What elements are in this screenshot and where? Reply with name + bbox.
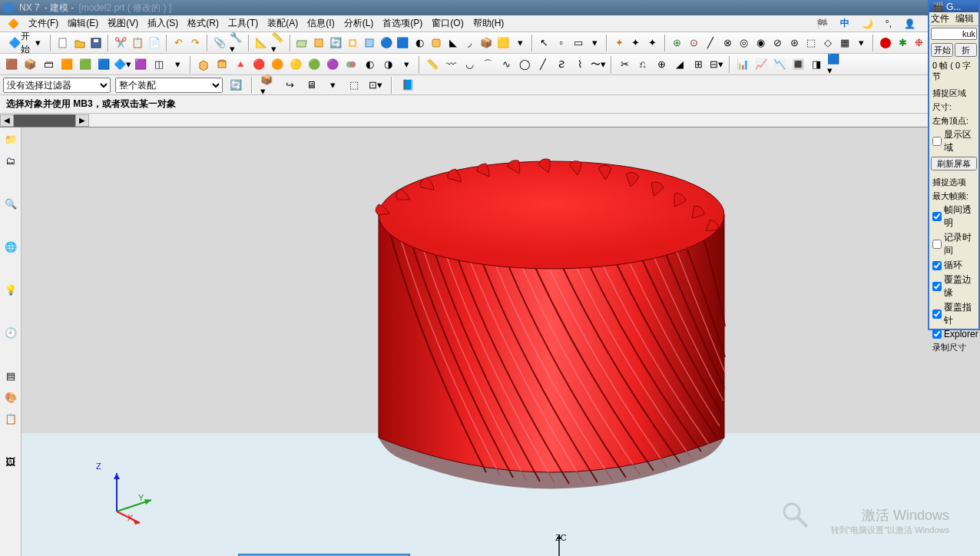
nav-mat-icon[interactable]: 📋 <box>2 410 19 427</box>
sketch2-icon[interactable]: 📏▾ <box>270 35 286 51</box>
f4-icon[interactable]: 🖥 <box>303 77 319 94</box>
prim-sphere-icon[interactable]: 🔴 <box>250 56 267 73</box>
snap3-icon[interactable]: ╱ <box>703 35 718 51</box>
more1-icon[interactable]: ▾ <box>398 56 415 73</box>
pick4-icon[interactable]: ▾ <box>587 35 602 51</box>
menu-preference[interactable]: 首选项(P) <box>378 15 427 31</box>
menu-analyze[interactable]: 分析(L) <box>339 15 379 31</box>
rp-input[interactable] <box>931 28 977 40</box>
pick3-icon[interactable]: ▭ <box>571 35 586 51</box>
nav-part-icon[interactable]: 📁 <box>2 131 19 147</box>
f2-icon[interactable]: 📦▾ <box>260 77 276 94</box>
feat4-icon[interactable]: ◐ <box>412 35 427 51</box>
nav-light-icon[interactable]: 💡 <box>2 281 19 298</box>
redo-icon[interactable]: ↷ <box>188 35 204 51</box>
extrude-icon[interactable] <box>311 35 326 51</box>
cmd1-icon[interactable]: 📎 <box>212 35 227 51</box>
undo-icon[interactable]: ↶ <box>171 35 187 51</box>
paste-icon[interactable]: 📄 <box>147 35 162 51</box>
asm7-icon[interactable]: 🔷▾ <box>114 56 131 73</box>
bool2-icon[interactable]: 🟡 <box>287 56 304 73</box>
draft-icon[interactable]: 📦 <box>479 35 495 51</box>
asm3-icon[interactable]: 🗃 <box>40 56 57 73</box>
bool1-icon[interactable]: 🟠 <box>269 56 286 73</box>
f1-icon[interactable]: 🔄 <box>227 77 244 94</box>
active-tab[interactable] <box>14 114 75 127</box>
rp-chk-record[interactable] <box>932 240 942 249</box>
f5-icon[interactable]: ▾ <box>324 77 341 94</box>
op5-icon[interactable]: ⊞ <box>690 56 707 73</box>
snap6-icon[interactable]: ◉ <box>753 35 769 51</box>
snap9-icon[interactable]: ⬚ <box>803 35 819 51</box>
menu-view[interactable]: 视图(V) <box>103 15 143 31</box>
mirror-icon[interactable]: ▾ <box>512 35 528 51</box>
rp-chk-show[interactable] <box>932 137 942 146</box>
op2-icon[interactable]: ⎌ <box>634 56 651 73</box>
crv5-icon[interactable]: ∿ <box>498 56 515 73</box>
g2-icon[interactable]: ❉ <box>912 35 927 51</box>
crv6-icon[interactable]: ◯ <box>516 56 533 73</box>
feat5-icon[interactable] <box>429 35 444 51</box>
pick2-icon[interactable]: ▫ <box>554 35 569 51</box>
copy-icon[interactable]: 📋 <box>130 35 145 51</box>
asm4-icon[interactable]: 🟧 <box>58 56 75 73</box>
crv4-icon[interactable]: ⌒ <box>479 56 496 73</box>
prim-cone-icon[interactable]: 🔺 <box>232 56 249 73</box>
menu-assemble[interactable]: 装配(A) <box>263 15 303 31</box>
pick1-icon[interactable]: ↖ <box>537 35 552 51</box>
new-icon[interactable] <box>55 35 71 51</box>
snap12-icon[interactable]: ▾ <box>854 35 869 51</box>
asm5-icon[interactable]: 🟩 <box>77 56 94 73</box>
hole-icon[interactable] <box>345 35 360 51</box>
start-button[interactable]: 🔷 开始 ▾ <box>3 35 46 51</box>
filter-select-1[interactable]: 没有选择过滤器 <box>3 78 111 93</box>
m2-icon[interactable]: 📈 <box>753 56 770 73</box>
ime-moon-icon[interactable]: 🌙 <box>857 17 878 31</box>
rp-menu-edit[interactable]: 编辑 <box>955 12 974 25</box>
fillet-icon[interactable]: ◞ <box>462 35 478 51</box>
feat1-icon[interactable] <box>362 35 377 51</box>
asm6-icon[interactable]: 🟦 <box>95 56 112 73</box>
bool4-icon[interactable]: 🟣 <box>324 56 341 73</box>
snap11-icon[interactable]: ▦ <box>837 35 853 51</box>
snap4-icon[interactable]: ⊗ <box>720 35 735 51</box>
nav-color-icon[interactable]: 🎨 <box>2 389 19 405</box>
ime-user-icon[interactable]: 👤 <box>899 17 920 31</box>
sketch-icon[interactable]: 📐 <box>253 35 269 51</box>
snap1-icon[interactable]: ⊕ <box>670 35 685 51</box>
rp-chk-edge[interactable] <box>932 282 942 291</box>
ime-degree-icon[interactable]: °, <box>881 17 896 31</box>
menu-window[interactable]: 窗口(O) <box>427 15 468 31</box>
rp-chk-frame[interactable] <box>932 212 942 221</box>
feat3-icon[interactable]: 🟦 <box>395 35 410 51</box>
op3-icon[interactable]: ⊕ <box>653 56 670 73</box>
crv9-icon[interactable]: ⌇ <box>571 56 588 73</box>
save-icon[interactable] <box>88 35 104 51</box>
shell-icon[interactable]: 🟨 <box>495 35 511 51</box>
open-icon[interactable] <box>72 35 88 51</box>
sel-curve-icon[interactable]: ✦ <box>628 35 644 51</box>
sel-pt-icon[interactable]: ✦ <box>611 35 627 51</box>
menu-edit[interactable]: 编辑(E) <box>63 15 103 31</box>
asm1-icon[interactable]: 🟫 <box>3 56 20 73</box>
snap2-icon[interactable]: ⊙ <box>686 35 701 51</box>
prim-cube-icon[interactable] <box>195 56 212 73</box>
rp-menu-file[interactable]: 文件 <box>931 12 949 25</box>
crv1-icon[interactable]: 📏 <box>424 56 441 73</box>
nav-tool1-icon[interactable]: 🔍 <box>2 195 19 212</box>
sel-face-icon[interactable]: ✦ <box>645 35 661 51</box>
nav-layer-icon[interactable]: ▤ <box>2 367 19 384</box>
menu-insert[interactable]: 插入(S) <box>143 15 183 31</box>
asm10-icon[interactable]: ▾ <box>169 56 186 73</box>
ime-flag-icon[interactable]: 🏁 <box>812 17 833 31</box>
tab-scroll-left[interactable]: ◀ <box>0 114 14 127</box>
rp-refresh-button[interactable]: 刷新屏幕 <box>931 157 977 170</box>
rp-chk-ptr[interactable] <box>932 309 942 319</box>
cut-icon[interactable]: ✂️ <box>113 35 128 51</box>
nav-render-icon[interactable]: 🖼 <box>2 453 19 470</box>
f7-icon[interactable]: ⊡▾ <box>367 77 384 94</box>
chamfer-icon[interactable]: ◣ <box>445 35 461 51</box>
rp-fold-button[interactable]: 折 <box>955 43 977 57</box>
g1-icon[interactable]: ✱ <box>895 35 910 51</box>
crv8-icon[interactable]: Ƨ <box>553 56 570 73</box>
